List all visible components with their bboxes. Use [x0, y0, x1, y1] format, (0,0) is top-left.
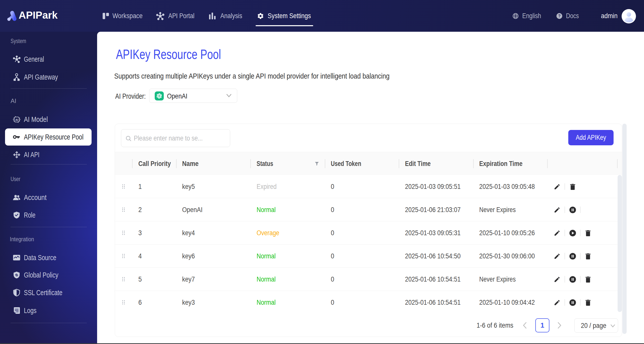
svg-text:?: ?	[558, 14, 561, 18]
svg-text:AI: AI	[15, 118, 18, 121]
